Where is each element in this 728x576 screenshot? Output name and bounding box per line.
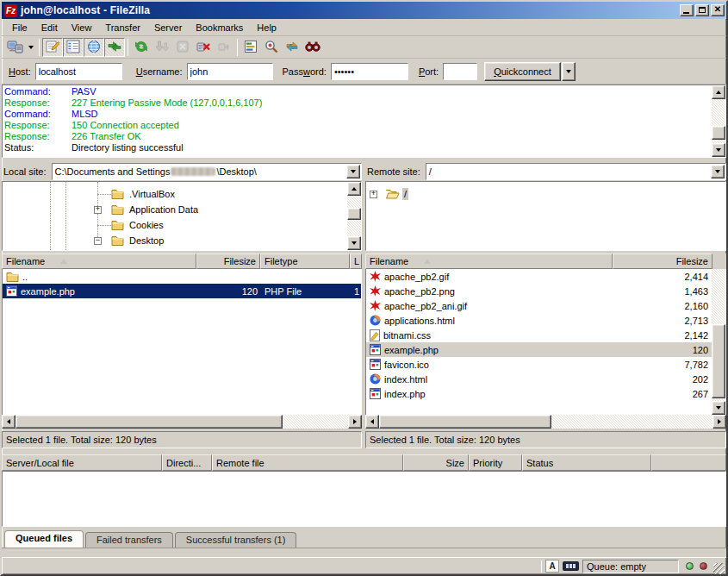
menu-transfer[interactable]: Transfer bbox=[98, 21, 147, 34]
scroll-thumb[interactable] bbox=[16, 415, 283, 429]
scroll-up-icon[interactable] bbox=[712, 85, 725, 99]
sitemanager-icon bbox=[7, 40, 23, 55]
scroll-down-icon[interactable] bbox=[347, 236, 361, 250]
menu-help[interactable]: Help bbox=[250, 21, 283, 34]
remote-path-dropdown[interactable] bbox=[711, 165, 725, 178]
scroll-up-icon[interactable] bbox=[347, 182, 361, 196]
log-entry-type: Status: bbox=[4, 142, 72, 153]
tab-queued-files[interactable]: Queued files bbox=[4, 530, 84, 548]
log-scrollbar[interactable] bbox=[712, 85, 725, 157]
scroll-thumb[interactable] bbox=[712, 324, 725, 398]
file-row[interactable]: apache_pb2.gif2,414 bbox=[366, 269, 712, 284]
tree-expander-plus[interactable]: + bbox=[94, 206, 102, 214]
remote-list-scrollbar[interactable] bbox=[712, 269, 725, 415]
maximize-button[interactable] bbox=[695, 4, 709, 16]
file-size: 1,463 bbox=[613, 284, 712, 298]
quickconnect-button[interactable]: Quickconnect bbox=[484, 62, 561, 81]
queue-column-blank[interactable] bbox=[651, 454, 726, 471]
file-row[interactable]: .. bbox=[3, 269, 361, 284]
tree-item[interactable]: .VirtualBox bbox=[3, 186, 347, 202]
queue-column-size[interactable]: Size bbox=[403, 454, 469, 471]
filename-filters-button[interactable] bbox=[240, 38, 261, 57]
local-path-dropdown[interactable] bbox=[346, 165, 360, 178]
tree-item[interactable]: −Desktop bbox=[3, 233, 347, 248]
queue-column-status[interactable]: Status bbox=[522, 454, 651, 471]
tab-successful-transfers-[interactable]: Successful transfers (1) bbox=[175, 532, 297, 548]
local-path-combo[interactable]: C:\Documents and Settings\Desktop\ bbox=[52, 163, 362, 180]
disconnect-button[interactable] bbox=[193, 38, 214, 57]
log-entry: Response:227 Entering Passive Mode (127,… bbox=[4, 97, 710, 109]
close-button[interactable]: ✕ bbox=[711, 4, 725, 16]
minimize-button[interactable] bbox=[680, 4, 694, 16]
transfer-type-icon[interactable]: A bbox=[545, 560, 559, 573]
tree-item[interactable]: +Application Data bbox=[3, 202, 347, 217]
scroll-down-icon[interactable] bbox=[712, 143, 725, 157]
column-header-filename[interactable]: Filename bbox=[365, 254, 613, 269]
toggle-message-log-button[interactable] bbox=[42, 38, 63, 57]
file-row[interactable]: example.php120 bbox=[366, 342, 712, 357]
file-row[interactable]: bitnami.css2,142 bbox=[366, 328, 712, 342]
local-tree-scrollbar[interactable] bbox=[347, 182, 361, 250]
scroll-left-icon[interactable] bbox=[365, 415, 379, 429]
synchronized-browsing-button[interactable] bbox=[282, 38, 302, 57]
scroll-left-icon[interactable] bbox=[2, 415, 16, 429]
toggle-transfer-queue-button[interactable] bbox=[104, 38, 125, 57]
menu-file[interactable]: File bbox=[5, 21, 34, 34]
tree-item[interactable]: + / bbox=[366, 186, 712, 202]
menu-edit[interactable]: Edit bbox=[34, 21, 65, 34]
directory-comparison-button[interactable] bbox=[261, 38, 282, 57]
tab-failed-transfers[interactable]: Failed transfers bbox=[85, 532, 173, 548]
file-row[interactable]: index.html202 bbox=[366, 372, 712, 386]
local-hscrollbar[interactable] bbox=[2, 415, 362, 429]
queue-column-directi-[interactable]: Directi... bbox=[162, 454, 212, 471]
username-input[interactable] bbox=[187, 63, 273, 80]
remote-path-combo[interactable]: / bbox=[426, 163, 726, 180]
scroll-right-icon[interactable] bbox=[348, 415, 362, 429]
username-label: Username: bbox=[136, 66, 183, 77]
password-input[interactable] bbox=[331, 63, 408, 80]
file-size: 2,713 bbox=[613, 313, 712, 328]
refresh-file-lists-button[interactable] bbox=[131, 38, 152, 57]
speed-limits-icon[interactable] bbox=[563, 561, 579, 571]
menu-server[interactable]: Server bbox=[147, 21, 189, 34]
scroll-thumb[interactable] bbox=[712, 126, 725, 140]
file-row[interactable]: apache_pb2.png1,463 bbox=[366, 284, 712, 298]
local-path-suffix: \Desktop\ bbox=[216, 166, 256, 177]
quickconnect-dropdown[interactable] bbox=[562, 62, 576, 81]
site-manager-button[interactable] bbox=[4, 38, 25, 57]
tree-expander-plus[interactable]: + bbox=[370, 191, 377, 198]
toggle-local-tree-button[interactable] bbox=[63, 38, 84, 57]
file-size-text: 2,142 bbox=[684, 330, 708, 341]
column-header-filetype[interactable]: Filetype bbox=[260, 254, 350, 269]
column-header-l[interactable]: L bbox=[350, 254, 362, 269]
tree-item[interactable]: Cookies bbox=[3, 217, 347, 233]
queue-column-priority[interactable]: Priority bbox=[469, 454, 522, 471]
remote-hscrollbar[interactable] bbox=[365, 415, 726, 429]
file-modified-text: 1 bbox=[354, 286, 359, 297]
tree-expander-minus[interactable]: − bbox=[94, 237, 102, 245]
scroll-thumb[interactable] bbox=[347, 208, 361, 220]
column-header-filename[interactable]: Filename bbox=[2, 254, 196, 269]
menu-bookmarks[interactable]: Bookmarks bbox=[189, 21, 250, 34]
file-row[interactable]: applications.html2,713 bbox=[366, 313, 712, 328]
queue-column-server-local-file[interactable]: Server/Local file bbox=[2, 454, 162, 471]
host-input[interactable] bbox=[35, 63, 122, 80]
column-header-label: L bbox=[354, 256, 359, 266]
remotetree-icon bbox=[87, 40, 101, 55]
toggle-remote-tree-button[interactable] bbox=[84, 38, 104, 57]
file-row[interactable]: example.php120PHP File1 bbox=[3, 284, 361, 298]
file-row[interactable]: favicon.ico7,782 bbox=[366, 357, 712, 372]
find-files-button[interactable] bbox=[302, 38, 323, 57]
scroll-down-icon[interactable] bbox=[712, 401, 725, 415]
scroll-right-icon[interactable] bbox=[712, 415, 726, 429]
column-header-filesize[interactable]: Filesize bbox=[196, 254, 260, 269]
queue-column-remote-file[interactable]: Remote file bbox=[212, 454, 403, 471]
site-manager-dropdown[interactable] bbox=[25, 38, 36, 57]
menu-view[interactable]: View bbox=[65, 21, 99, 34]
resize-grip[interactable] bbox=[713, 563, 725, 574]
scroll-thumb[interactable] bbox=[379, 415, 551, 429]
column-header-filesize[interactable]: Filesize bbox=[613, 254, 712, 269]
file-row[interactable]: apache_pb2_ani.gif2,160 bbox=[366, 298, 712, 313]
file-row[interactable]: index.php267 bbox=[366, 386, 712, 401]
port-input[interactable] bbox=[443, 63, 477, 80]
